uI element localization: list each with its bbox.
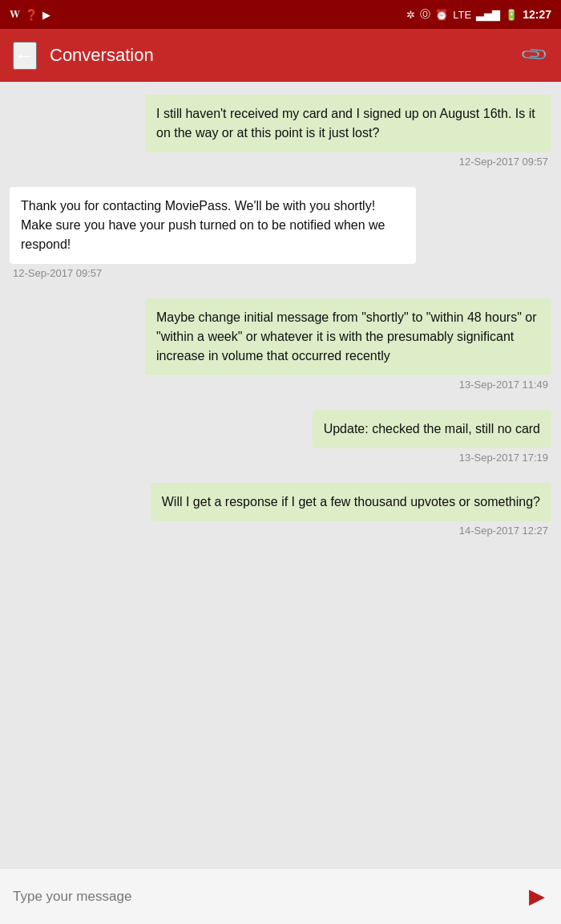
app-bar-left: ← Conversation — [13, 42, 154, 70]
status-bar-left: 𝐖 ❓ ▶ — [10, 8, 50, 21]
attachment-icon: 📎 — [519, 40, 549, 70]
message-wrapper: Maybe change initial message from "short… — [10, 298, 551, 391]
message-wrapper: Will I get a response if I get a few tho… — [10, 483, 551, 537]
bluetooth-icon: ✲ — [406, 9, 415, 21]
wifi-icon: ❓ — [25, 9, 38, 21]
message-wrapper: Update: checked the mail, still no card … — [10, 410, 551, 464]
message-text: Will I get a response if I get a few tho… — [162, 495, 540, 509]
back-button[interactable]: ← — [13, 42, 37, 70]
alarm-icon: ⏰ — [435, 9, 448, 21]
message-bubble: Thank you for contacting MoviePass. We'l… — [10, 187, 416, 264]
message-timestamp: 14-Sep-2017 12:27 — [456, 525, 551, 537]
message-text: I still haven't received my card and I s… — [156, 107, 535, 140]
app-bar: ← Conversation 📎 — [0, 29, 561, 82]
send-icon: ▶ — [529, 884, 545, 909]
message-text: Maybe change initial message from "short… — [156, 310, 537, 363]
lte-icon: LTE — [453, 9, 471, 21]
input-bar: ▶ — [0, 868, 561, 924]
attachment-button[interactable]: 📎 — [515, 36, 554, 75]
message-timestamp: 13-Sep-2017 17:19 — [456, 452, 551, 464]
status-bar: 𝐖 ❓ ▶ ✲ Ⓞ ⏰ LTE ▃▅▇ 🔋 12:27 — [0, 0, 561, 29]
back-arrow-icon: ← — [14, 43, 35, 68]
message-timestamp: 12-Sep-2017 09:57 — [10, 267, 105, 279]
message-bubble: Will I get a response if I get a few tho… — [151, 483, 551, 521]
message-bubble: Maybe change initial message from "short… — [145, 298, 551, 375]
message-wrapper: Thank you for contacting MoviePass. We'l… — [10, 187, 551, 279]
message-text: Thank you for contacting MoviePass. We'l… — [21, 199, 385, 251]
message-timestamp: 13-Sep-2017 11:49 — [456, 379, 551, 391]
message-input[interactable] — [13, 889, 526, 905]
message-bubble: Update: checked the mail, still no card — [313, 410, 551, 448]
message-timestamp: 12-Sep-2017 09:57 — [456, 156, 551, 168]
signal-icon: ▃▅▇ — [476, 9, 500, 21]
send-button[interactable]: ▶ — [526, 881, 548, 912]
message-wrapper: I still haven't received my card and I s… — [10, 95, 551, 168]
status-bar-right: ✲ Ⓞ ⏰ LTE ▃▅▇ 🔋 12:27 — [406, 7, 551, 22]
status-time: 12:27 — [523, 8, 551, 21]
message-bubble: I still haven't received my card and I s… — [145, 95, 551, 152]
play-icon: ▶ — [42, 9, 50, 21]
circle-icon: Ⓞ — [420, 7, 430, 22]
messages-area: I still haven't received my card and I s… — [0, 82, 561, 868]
page-title: Conversation — [50, 45, 154, 66]
battery-icon: 🔋 — [505, 9, 518, 21]
w-icon: 𝐖 — [10, 8, 20, 21]
message-text: Update: checked the mail, still no card — [324, 422, 540, 436]
